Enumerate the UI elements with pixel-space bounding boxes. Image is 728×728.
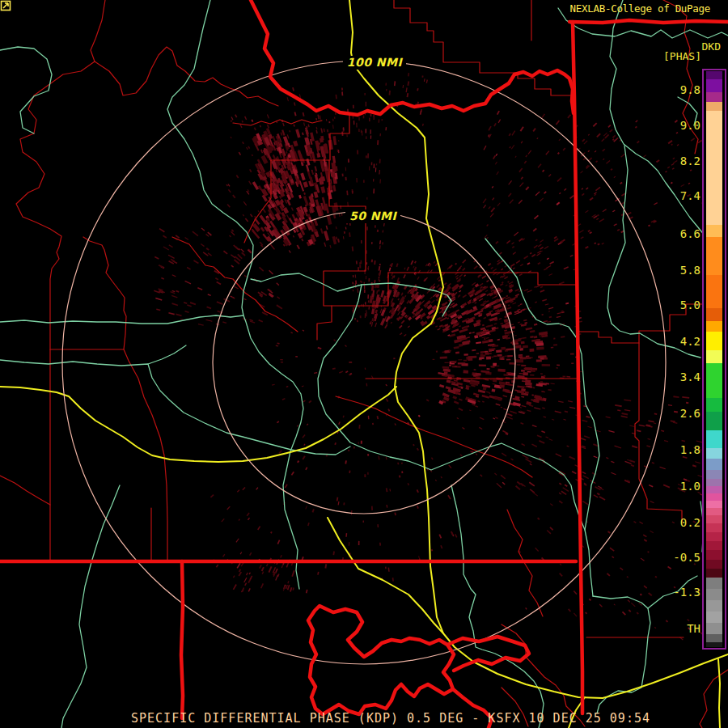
colorbar-tick-label: 9.8: [644, 83, 700, 96]
colorbar-tick-label: 3.4: [644, 370, 700, 383]
colorbar-segment: [706, 350, 722, 363]
colorbar-segment: [706, 430, 722, 448]
colorbar-tick-label: -1.3: [644, 586, 700, 599]
colorbar-segment: [706, 111, 722, 225]
colorbar-segment: [706, 102, 722, 111]
colorbar-segment: [706, 71, 722, 79]
external-link-box-icon[interactable]: [0, 0, 11, 11]
colorbar-tick-label: 8.2: [644, 154, 700, 167]
colorbar-tick-label: 9.0: [644, 119, 700, 132]
colorbar-tick-label: TH: [644, 622, 700, 635]
colorbar-tick-label: 0.2: [644, 516, 700, 529]
river-lines: [0, 0, 728, 728]
colorbar-segment: [706, 541, 722, 550]
range-ring-label: 50 NMI: [349, 210, 398, 222]
colorbar-segment: [706, 332, 722, 350]
colorbar-segment: [706, 493, 722, 501]
colorbar-tick-label: 6.6: [644, 227, 700, 240]
colorbar-segment: [706, 448, 722, 459]
product-code: DKD: [702, 40, 721, 53]
county-lines: [0, 0, 728, 728]
road-lines: [0, 0, 728, 728]
radar-map: 100 NMI50 NMI: [0, 0, 728, 728]
colorbar-segment: [706, 237, 722, 275]
radar-display: 100 NMI50 NMI NEXLAB-College of DuPage D…: [0, 0, 728, 728]
state-borders: [0, 0, 728, 728]
colorbar-tick-label: 5.0: [644, 298, 700, 311]
colorbar-tick-label: 7.4: [644, 189, 700, 202]
colorbar-segment: [706, 412, 722, 430]
colorbar-segment: [706, 642, 722, 647]
colorbar-segment: [706, 321, 722, 332]
colorbar-segment: [706, 398, 722, 412]
colorbar-tick-label: 4.2: [644, 335, 700, 348]
colorbar-segment: [706, 479, 722, 486]
colorbar-segment: [706, 470, 722, 479]
colorbar-segment: [706, 569, 722, 578]
colorbar-segment: [706, 550, 722, 560]
colorbar-tick-label: 1.8: [644, 443, 700, 456]
colorbar-segment: [706, 459, 722, 470]
colorbar-segment: [706, 560, 722, 569]
colorbar-segment: [706, 275, 722, 308]
colorbar-segment: [706, 523, 722, 532]
colorbar-segment: [706, 363, 722, 398]
colorbar-segment: [706, 92, 722, 102]
colorbar-segment: [706, 225, 722, 237]
colorbar-tick-label: 2.6: [644, 407, 700, 420]
product-units: [PHAS]: [663, 50, 701, 62]
colorbar-segment: [706, 600, 722, 612]
colorbar-segment: [706, 308, 722, 321]
colorbar-segment: [706, 612, 722, 623]
colorbar-segment: [706, 578, 722, 589]
colorbar-segment: [706, 532, 722, 541]
colorbar-tick-label: 5.8: [644, 264, 700, 277]
colorbar-segment: [706, 589, 722, 600]
site-title: NEXLAB-College of DuPage: [570, 2, 710, 15]
colorbar-tick-label: 1.0: [644, 480, 700, 493]
colorbar-segment: [706, 501, 722, 508]
colorbar-segment: [706, 508, 722, 515]
colorbar-segment: [706, 515, 722, 523]
range-ring-labels: 100 NMI50 NMI: [343, 56, 406, 223]
product-caption: SPECIFIC DIFFERENTIAL PHASE (KDP) 0.5 DE…: [131, 711, 650, 726]
colorbar-tick-label: -0.5: [644, 551, 700, 564]
colorbar-segment: [706, 486, 722, 493]
radar-echoes: [154, 73, 726, 640]
range-ring-label: 100 NMI: [347, 56, 404, 69]
colorbar: [702, 69, 726, 650]
colorbar-segment: [706, 634, 722, 642]
colorbar-segment: [706, 79, 722, 92]
colorbar-segment: [706, 623, 722, 634]
